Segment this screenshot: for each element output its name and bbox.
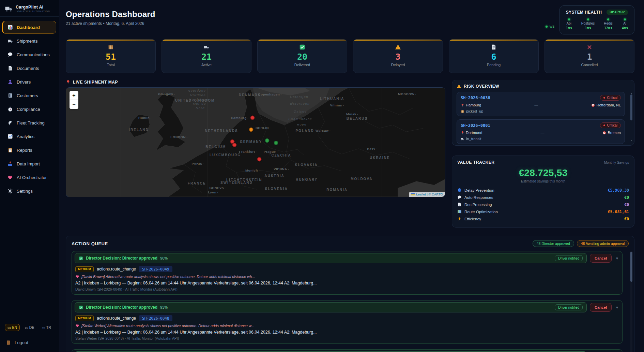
sidebar-item-label: Fleet Tracking xyxy=(17,120,45,126)
stat-label: Total xyxy=(66,63,155,67)
chevron-down-icon[interactable]: ▼ xyxy=(615,306,619,309)
sidebar-item[interactable]: AI Orchestrator xyxy=(2,171,56,184)
stat-value: 3 xyxy=(353,52,443,62)
shipment-marker[interactable] xyxy=(257,157,262,161)
language-button[interactable]: GB EN xyxy=(5,324,20,331)
service-name: Postgres xyxy=(581,21,595,25)
value-row: Auto Responses €0 xyxy=(457,194,629,201)
shipment-id-badge[interactable]: SH-2026-0048 xyxy=(139,315,172,321)
value-row-amount: €5.969,38 xyxy=(608,188,629,193)
zoom-out-button[interactable]: − xyxy=(70,100,78,109)
language-code: TR xyxy=(42,327,45,329)
stat-card[interactable]: 6 Pending xyxy=(449,39,539,73)
queue-item: Director Decision: Director approved 95%… xyxy=(72,349,623,352)
shipment-id[interactable]: SH-2026-0038 xyxy=(461,96,490,100)
sidebar-item-label: Analytics xyxy=(17,134,34,139)
shipment-marker[interactable] xyxy=(232,143,236,147)
ws-label: WS xyxy=(549,25,554,28)
stat-icon xyxy=(491,44,497,50)
value-row: Route Optimization €5.081,61 xyxy=(457,208,629,215)
ai-note: [Stefan Weber] Alternative route analysi… xyxy=(81,324,254,328)
sidebar-item[interactable]: Compliance xyxy=(2,103,56,116)
risk-card[interactable]: SH-2026-0038 Critical Hamburg — Rotterda… xyxy=(457,92,625,116)
sidebar-item[interactable]: Drivers xyxy=(2,75,56,88)
queue-list: Director Decision: Director approved 90%… xyxy=(72,251,629,352)
shipment-id-badge[interactable]: SH-2026-0049 xyxy=(139,266,172,272)
shipment-marker[interactable] xyxy=(265,138,270,143)
stat-value: 20 xyxy=(258,52,347,62)
stat-card[interactable]: 3 Delayed xyxy=(353,39,443,73)
shipment-status: in_transit xyxy=(461,137,621,141)
shipment-marker[interactable] xyxy=(250,116,255,120)
value-tracker-period: Monthly Savings xyxy=(604,161,629,164)
sidebar-item[interactable]: Documents xyxy=(2,62,56,75)
sidebar-item[interactable]: Settings xyxy=(2,185,56,197)
pin-icon xyxy=(461,103,464,107)
shipment-marker[interactable] xyxy=(249,128,253,132)
decision-bar: Director Decision: Director approved 90%… xyxy=(75,253,587,263)
value-row-label: Doc Processing xyxy=(464,203,492,207)
shipment-marker[interactable] xyxy=(274,141,278,145)
sidebar-item[interactable]: Dashboard xyxy=(2,21,56,34)
value-row-label: Delay Prevention xyxy=(464,188,494,192)
logout-button[interactable]: Logout xyxy=(0,337,59,352)
cancel-button[interactable]: Cancel xyxy=(590,303,612,312)
zoom-in-button[interactable]: + xyxy=(70,91,78,100)
priority-badge: MEDIUM xyxy=(75,266,94,272)
queue-scrollbar-thumb[interactable] xyxy=(630,252,632,282)
health-service: Redis 12ms xyxy=(604,18,613,30)
map-tile-grid xyxy=(121,88,121,197)
cancel-button[interactable]: Cancel xyxy=(590,254,612,263)
stat-card[interactable]: 1 Cancelled xyxy=(545,39,634,73)
service-name: AI xyxy=(623,21,626,25)
value-tracker-title: VALUE TRACKER xyxy=(457,160,495,165)
chevron-down-icon[interactable]: ▼ xyxy=(615,256,619,260)
queue-source: Stefan Weber (SH-2026-0048) · AI Traffic… xyxy=(75,336,619,340)
scroll-down-icon[interactable]: ▼ xyxy=(630,139,632,142)
stat-icon xyxy=(108,44,114,50)
service-latency: 1ms xyxy=(585,26,591,30)
map-canvas[interactable]: Ostersjön Østersøen Ostsee Балтийское мо… xyxy=(66,87,445,197)
service-name: Redis xyxy=(604,21,613,25)
language-button[interactable]: TR TR xyxy=(39,324,53,331)
warning-icon xyxy=(457,84,461,89)
sidebar-item[interactable]: Shipments xyxy=(2,34,56,47)
stat-value: 1 xyxy=(545,52,634,62)
ai-note: [David Brown] Alternative route analysis… xyxy=(81,275,255,279)
target-icon xyxy=(602,131,606,135)
value-row: Delay Prevention €5.969,38 xyxy=(457,187,629,194)
route-origin: Hamburg xyxy=(461,103,481,107)
stat-card[interactable]: 21 Active xyxy=(162,39,251,73)
sidebar-item-icon xyxy=(7,38,13,44)
stat-icon xyxy=(395,44,401,50)
check-icon xyxy=(79,256,83,261)
scrollbar-thumb[interactable] xyxy=(630,94,632,120)
sidebar-item-label: Documents xyxy=(17,66,39,71)
map-tile-grid xyxy=(208,88,208,197)
map-attribution[interactable]: Leaflet | © CARTO xyxy=(409,192,445,197)
sidebar-item-icon xyxy=(7,175,13,180)
stat-card[interactable]: 20 Delivered xyxy=(257,39,347,73)
sidebar-item[interactable]: Fleet Tracking xyxy=(2,116,56,129)
severity-dot xyxy=(603,97,605,99)
sidebar-item[interactable]: Analytics xyxy=(2,130,56,143)
value-row-amount: €0 xyxy=(624,202,629,207)
sidebar-item[interactable]: Communications xyxy=(2,48,56,61)
stat-card[interactable]: 51 Total xyxy=(66,39,156,73)
shipment-id[interactable]: SH-2026-0001 xyxy=(461,123,490,128)
sidebar-item[interactable]: Data Import xyxy=(2,157,56,170)
queue-scrollbar[interactable] xyxy=(630,251,632,352)
action-queue-panel: ACTION QUEUE 48 Director approved 48 Awa… xyxy=(66,236,634,352)
health-service: Postgres 1ms xyxy=(581,18,595,30)
route-origin: Dortmund xyxy=(461,131,482,135)
language-button[interactable]: DE DE xyxy=(22,324,37,331)
sidebar-item-label: Customers xyxy=(17,93,38,98)
main-content: Operations Dashboard 21 active shipments… xyxy=(59,0,644,352)
sidebar-item-label: Reports xyxy=(17,148,32,153)
value-row: Efficiency €0 xyxy=(457,215,629,222)
risk-scrollbar[interactable]: ▲ ▼ xyxy=(630,92,633,142)
risk-card[interactable]: SH-2026-0001 Critical Dortmund — Bremen xyxy=(457,119,625,144)
scroll-up-icon[interactable]: ▲ xyxy=(630,92,632,94)
sidebar-item[interactable]: Reports xyxy=(2,144,56,157)
sidebar-item[interactable]: Customers xyxy=(2,89,56,102)
